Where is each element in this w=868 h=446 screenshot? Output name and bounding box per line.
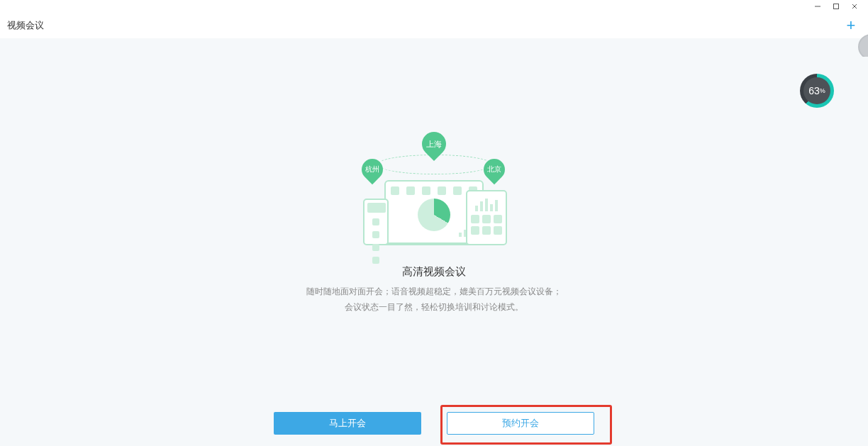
minimize-button[interactable] (808, 0, 827, 13)
gauge-percent: 63 (808, 85, 820, 96)
marker-label: 杭州 (365, 165, 379, 174)
start-meeting-button[interactable]: 马上开会 (274, 412, 421, 435)
tablet-icon (466, 190, 507, 245)
gauge-percent-suffix: % (820, 87, 825, 94)
marker-label: 北京 (487, 165, 501, 174)
content-area: 上海 杭州 北京 (0, 38, 868, 446)
net-down-value: 0.2 (843, 91, 852, 98)
svg-rect-1 (834, 4, 839, 9)
cpu-gauge-icon: 63% (800, 74, 834, 108)
net-up-value: 0.5 (843, 84, 852, 91)
maximize-button[interactable] (827, 0, 845, 13)
pie-chart-icon (418, 199, 450, 231)
schedule-meeting-button[interactable]: 预约开会 (447, 412, 594, 435)
window-titlebar (0, 0, 868, 13)
promo-line1: 随时随地面对面开会；语音视频超稳定，媲美百万元视频会议设备； (250, 284, 618, 300)
marker-label: 上海 (426, 139, 442, 150)
phone-icon (363, 199, 389, 245)
add-tab-button[interactable]: + (842, 17, 859, 34)
promo-line2: 会议状态一目了然，轻松切换培训和讨论模式。 (250, 300, 618, 316)
marker-hangzhou-icon: 杭州 (357, 155, 387, 184)
promo-heading: 高清视频会议 (250, 265, 618, 279)
gauge-stats-panel: 0.5 0.2 (831, 78, 868, 104)
tab-bar: 视频会议 + (0, 13, 868, 39)
system-monitor-widget[interactable]: 63% 0.5 0.2 (800, 74, 868, 109)
button-row: 马上开会 预约开会 (0, 412, 868, 439)
conference-illustration: 上海 杭州 北京 (356, 138, 512, 251)
tab-title[interactable]: 视频会议 (7, 19, 44, 32)
close-button[interactable] (845, 0, 864, 13)
floating-orb-icon[interactable] (858, 34, 868, 57)
promo-block: 上海 杭州 北京 (250, 138, 618, 315)
